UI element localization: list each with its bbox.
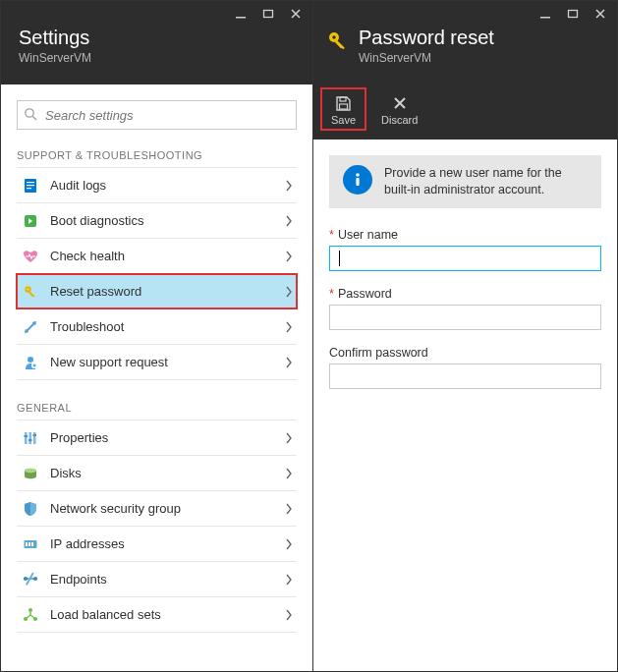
support-request-icon (19, 355, 42, 370)
svg-rect-34 (540, 17, 550, 19)
reset-password-icon (19, 284, 42, 300)
info-banner: Provide a new user name for the built-in… (329, 155, 601, 208)
close-icon[interactable] (593, 7, 607, 21)
menu-item-label: Troubleshoot (50, 319, 285, 334)
blade-subtitle: WinServerVM (359, 51, 494, 65)
section-head-support: SUPPORT & TROUBLESHOOTING (17, 149, 297, 161)
menu-item-label: Audit logs (50, 178, 285, 193)
disks-icon (19, 466, 42, 481)
svg-rect-26 (31, 542, 33, 546)
menu-network-security-group[interactable]: Network security group (17, 491, 297, 527)
svg-rect-24 (26, 542, 28, 546)
menu-endpoints[interactable]: Endpoints (17, 562, 297, 597)
menu-disks[interactable]: Disks (17, 456, 297, 491)
menu-new-support-request[interactable]: New support request (17, 345, 297, 380)
svg-rect-6 (27, 185, 34, 186)
menu-boot-diagnostics[interactable]: Boot diagnostics (17, 203, 297, 239)
svg-point-10 (27, 288, 28, 290)
nsg-icon (19, 501, 42, 517)
save-label: Save (331, 114, 356, 126)
menu-reset-password[interactable]: Reset password (17, 274, 297, 309)
boot-diagnostics-icon (19, 213, 42, 229)
blade-subtitle: WinServerVM (19, 51, 91, 65)
chevron-right-icon (285, 432, 293, 444)
svg-rect-16 (29, 432, 32, 444)
blade-title: Password reset (359, 27, 494, 49)
chevron-right-icon (285, 321, 293, 333)
menu-properties[interactable]: Properties (17, 420, 297, 456)
close-icon[interactable] (289, 7, 303, 21)
save-icon (335, 94, 353, 112)
blade-title: Settings (19, 27, 91, 49)
settings-blade: Settings WinServerVM SUPPORT & TROUBLESH… (1, 1, 313, 671)
info-icon (343, 165, 372, 195)
info-text: Provide a new user name for the built-in… (384, 165, 588, 198)
troubleshoot-icon (19, 319, 42, 335)
username-label: User name (338, 228, 398, 242)
password-reset-blade: Password reset WinServerVM Save Discard (313, 1, 617, 671)
chevron-right-icon (285, 180, 293, 192)
menu-troubleshoot[interactable]: Troubleshoot (17, 309, 297, 345)
properties-icon (19, 430, 42, 446)
discard-icon (391, 94, 409, 112)
svg-rect-5 (27, 182, 34, 183)
confirm-password-field[interactable] (329, 364, 601, 389)
svg-rect-1 (264, 11, 273, 18)
menu-ip-addresses[interactable]: IP addresses (17, 527, 297, 562)
confirm-password-label: Confirm password (329, 346, 428, 360)
svg-rect-15 (25, 432, 28, 444)
password-reset-header: Password reset WinServerVM Save Discard (313, 1, 617, 140)
svg-point-28 (24, 576, 28, 580)
chevron-right-icon (285, 215, 293, 227)
chevron-right-icon (285, 609, 293, 621)
ip-addresses-icon (19, 536, 42, 552)
svg-point-29 (33, 576, 37, 580)
required-marker: * (329, 228, 334, 242)
svg-point-22 (25, 468, 36, 472)
menu-item-label: Reset password (50, 284, 285, 299)
restore-icon[interactable] (566, 7, 580, 21)
menu-item-label: Properties (50, 430, 285, 445)
svg-rect-42 (340, 104, 348, 109)
load-balanced-icon (19, 607, 42, 623)
menu-audit-logs[interactable]: Audit logs (17, 168, 297, 203)
section-head-general: GENERAL (17, 402, 297, 414)
menu-item-label: Disks (50, 466, 285, 480)
chevron-right-icon (285, 251, 293, 262)
menu-load-balanced-sets[interactable]: Load balanced sets (17, 597, 297, 633)
save-button[interactable]: Save (321, 88, 365, 130)
menu-check-health[interactable]: Check health (17, 239, 297, 274)
menu-item-label: Boot diagnostics (50, 213, 285, 228)
discard-button[interactable]: Discard (371, 88, 427, 130)
chevron-right-icon (285, 574, 293, 586)
chevron-right-icon (285, 286, 293, 298)
svg-rect-0 (236, 17, 246, 19)
minimize-icon[interactable] (234, 7, 248, 21)
search-input[interactable] (17, 100, 297, 130)
settings-header: Settings WinServerVM (1, 1, 312, 84)
restore-icon[interactable] (261, 7, 275, 21)
username-field[interactable] (329, 246, 601, 271)
password-field[interactable] (329, 305, 601, 330)
audit-logs-icon (19, 178, 42, 194)
svg-rect-25 (28, 542, 30, 546)
support-menu: Audit logs Boot diagnostics Check health… (17, 167, 297, 380)
menu-item-label: Load balanced sets (50, 607, 285, 622)
check-health-icon (19, 249, 42, 264)
menu-item-label: New support request (50, 355, 285, 369)
svg-rect-18 (25, 435, 28, 437)
chevron-right-icon (285, 468, 293, 479)
svg-rect-19 (28, 439, 32, 441)
key-icon (327, 30, 349, 52)
svg-point-43 (356, 173, 360, 177)
search-icon (24, 107, 38, 122)
chevron-right-icon (285, 357, 293, 368)
svg-point-31 (28, 608, 32, 612)
svg-line-3 (32, 116, 36, 120)
minimize-icon[interactable] (538, 7, 552, 21)
svg-rect-7 (27, 188, 31, 189)
chevron-right-icon (285, 503, 293, 515)
required-marker: * (329, 287, 334, 301)
menu-item-label: Network security group (50, 501, 285, 516)
general-menu: Properties Disks Network security group … (17, 420, 297, 633)
